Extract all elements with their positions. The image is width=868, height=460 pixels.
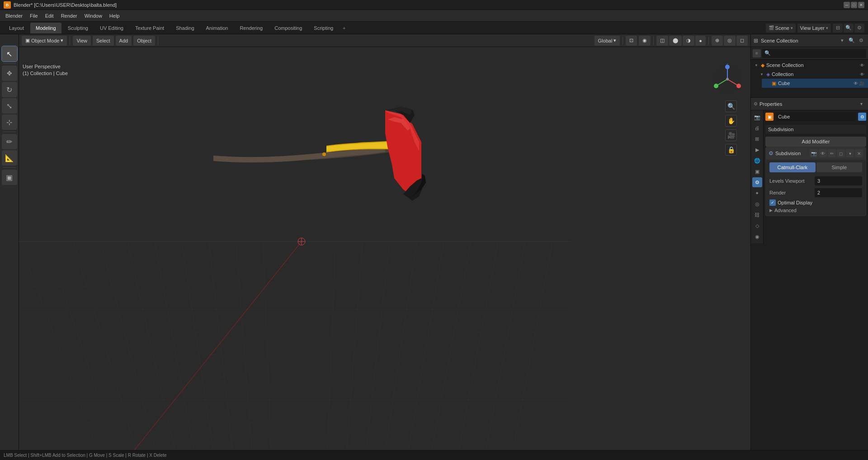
tab-animation[interactable]: Animation <box>201 23 234 33</box>
menu-help[interactable]: Help <box>106 11 123 20</box>
transform-space-selector[interactable]: Global ▾ <box>594 36 620 46</box>
close-button[interactable]: ✕ <box>858 2 864 8</box>
menu-blender[interactable]: Blender <box>2 11 26 20</box>
annotate-tool-button[interactable]: ✏ <box>2 134 17 149</box>
scene-selector[interactable]: 🎬 Scene ▾ <box>766 24 796 33</box>
outliner-search-button[interactable]: 🔍 <box>848 37 856 45</box>
properties-panel: ⚙ Properties ▾ 📷 🖨 ⊞ ▶ 🌐 ▣ ⚙ ✦ ◎ <box>751 98 868 460</box>
viewport-toolbar: ▣ Object Mode ▾ View Select Add Object <box>19 34 750 47</box>
tab-modeling[interactable]: Modeling <box>30 23 61 33</box>
outliner-settings-button[interactable]: ⚙ <box>857 37 865 45</box>
camera-button[interactable]: 🎥 <box>725 129 737 141</box>
select-tool-button[interactable]: ↖ <box>2 46 17 62</box>
render-shading-button[interactable]: ● <box>695 36 706 46</box>
optimal-display-checkbox[interactable]: ✓ <box>769 199 776 206</box>
modifier-card-header: ⚙ Subdivision 📷 👁 ✏ ◻ ▾ ✕ <box>766 147 866 160</box>
scale-tool-button[interactable]: ⤡ <box>2 98 17 114</box>
object-props-button[interactable]: ▣ <box>752 166 762 176</box>
viewport-gizmo-button[interactable]: ⊕ <box>712 36 723 46</box>
hand-pan-button[interactable]: ✋ <box>725 115 737 127</box>
zoom-in-button[interactable]: 🔍 <box>725 100 737 112</box>
view-menu[interactable]: View <box>73 36 91 46</box>
mode-selector[interactable]: ▣ Object Mode ▾ <box>22 36 67 46</box>
select-menu[interactable]: Select <box>93 36 114 46</box>
tab-shading[interactable]: Shading <box>170 23 199 33</box>
menu-edit[interactable]: Edit <box>42 11 57 20</box>
modifier-show-render-button[interactable]: 📷 <box>810 149 818 157</box>
solid-shading-button[interactable]: ⬤ <box>669 36 682 46</box>
tab-compositing[interactable]: Compositing <box>269 23 307 33</box>
move-tool-button[interactable]: ✥ <box>2 66 17 81</box>
outliner-mode-button[interactable]: ≡ <box>753 49 761 57</box>
modifier-props-button[interactable]: ⚙ <box>752 177 762 187</box>
optimal-display-row: ✓ Optimal Display <box>769 199 862 206</box>
viewlayer-props-button[interactable]: ⊞ <box>752 134 762 144</box>
filter-button[interactable]: ⊟ <box>833 24 843 33</box>
object-menu[interactable]: Object <box>133 36 155 46</box>
add-menu[interactable]: Add <box>116 36 132 46</box>
tab-uv-editing[interactable]: UV Editing <box>94 23 129 33</box>
levels-viewport-input[interactable]: 3 <box>815 176 862 185</box>
wireframe-shading-button[interactable]: ◫ <box>656 36 668 46</box>
particles-props-button[interactable]: ✦ <box>752 188 762 198</box>
material-props-button[interactable]: ◉ <box>752 232 762 242</box>
lock-button[interactable]: 🔒 <box>725 144 737 156</box>
maximize-button[interactable]: □ <box>851 2 857 8</box>
output-props-button[interactable]: 🖨 <box>752 123 762 133</box>
modifier-delete-button[interactable]: ✕ <box>855 149 863 157</box>
modifier-edit-mode-button[interactable]: ✏ <box>828 149 836 157</box>
outliner-search-input[interactable]: 🔍 <box>762 49 866 58</box>
properties-filter-button[interactable]: ▾ <box>857 100 865 108</box>
rotate-tool-button[interactable]: ↻ <box>2 82 17 97</box>
modifier-expand-button[interactable]: ▾ <box>846 149 854 157</box>
modifier-card-actions: 📷 👁 ✏ ◻ ▾ ✕ <box>810 149 863 157</box>
tab-rendering[interactable]: Rendering <box>234 23 268 33</box>
viewport-canvas[interactable]: User Perspective (1) Collection | Cube Z <box>19 47 750 460</box>
svg-point-49 <box>322 152 326 156</box>
modifier-apply-on-cage-button[interactable]: ◻ <box>837 149 845 157</box>
tab-scripting[interactable]: Scripting <box>308 23 339 33</box>
render-props-button[interactable]: 📷 <box>752 112 762 122</box>
simple-tab[interactable]: Simple <box>816 162 863 172</box>
minimize-button[interactable]: ─ <box>844 2 850 8</box>
tool-separator-1 <box>3 63 16 64</box>
outliner-scene-collection[interactable]: ▼ ◆ Scene Collection 👁 <box>751 61 868 70</box>
outliner-cube[interactable]: ▣ Cube 👁 🎥 <box>762 79 868 88</box>
transform-tool-button[interactable]: ⊹ <box>2 114 17 130</box>
menu-window[interactable]: Window <box>81 11 106 20</box>
proportional-edit-button[interactable]: ◉ <box>639 36 651 46</box>
outliner-collection[interactable]: ▼ ◈ Collection 👁 <box>756 70 868 79</box>
modifier-shortcut-icon[interactable]: ⚙ <box>858 113 866 121</box>
menu-file[interactable]: File <box>26 11 42 20</box>
measure-tool-button[interactable]: 📐 <box>2 150 17 166</box>
catmull-clark-tab[interactable]: Catmull-Clark <box>769 162 816 172</box>
material-shading-button[interactable]: ◑ <box>683 36 694 46</box>
settings-button[interactable]: ⚙ <box>854 24 864 33</box>
object-name-input[interactable]: Cube <box>775 112 856 121</box>
add-label: Add <box>119 38 128 43</box>
viewlayer-selector[interactable]: View Layer ▾ <box>797 24 831 33</box>
snap-button[interactable]: ⊡ <box>626 36 637 46</box>
xray-button[interactable]: ◻ <box>736 36 748 46</box>
world-props-button[interactable]: 🌐 <box>752 156 762 166</box>
tab-texture-paint[interactable]: Texture Paint <box>130 23 170 33</box>
menu-render[interactable]: Render <box>57 11 81 20</box>
search-button[interactable]: 🔍 <box>844 24 854 33</box>
tab-sculpting[interactable]: Sculpting <box>62 23 94 33</box>
tool-header <box>2 36 17 45</box>
add-workspace-button[interactable]: + <box>340 24 349 33</box>
outliner-icon: ⊞ <box>754 38 758 44</box>
constraints-props-button[interactable]: ⛓ <box>752 210 762 220</box>
modifier-show-viewport-button[interactable]: 👁 <box>819 149 827 157</box>
perspective-label: User Perspective <box>23 63 68 70</box>
outliner-filter-button[interactable]: ▾ <box>838 37 846 45</box>
viewport-grid <box>19 47 750 460</box>
scene-props-button[interactable]: ▶ <box>752 145 762 155</box>
tab-layout[interactable]: Layout <box>4 23 29 33</box>
physics-props-button[interactable]: ◎ <box>752 199 762 209</box>
overlay-button[interactable]: ◎ <box>724 36 736 46</box>
add-modifier-button[interactable]: Add Modifier <box>765 137 866 147</box>
render-level-input[interactable]: 2 <box>815 188 862 197</box>
add-cube-tool-button[interactable]: ▣ <box>2 170 17 185</box>
data-props-button[interactable]: ◇ <box>752 221 762 231</box>
